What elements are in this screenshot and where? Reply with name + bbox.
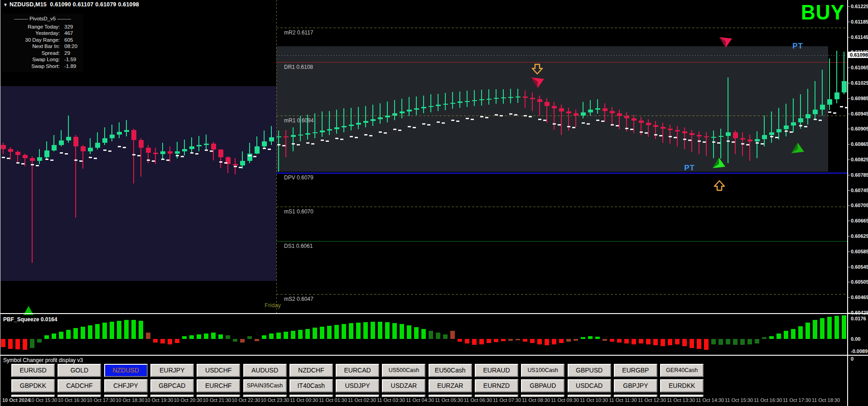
- candle: [392, 113, 397, 115]
- candle-wick: [300, 116, 301, 141]
- symbol-button-us100cash[interactable]: US100Cash: [521, 364, 564, 377]
- fractal-dash: [364, 134, 367, 135]
- candle: [175, 151, 180, 153]
- fractal-dash: [630, 129, 633, 130]
- symbol-button-nzdusd[interactable]: NZDUSD: [104, 364, 148, 377]
- symbol-button-row3-sliver[interactable]: [197, 395, 240, 397]
- symbol-button-row3-sliver[interactable]: [614, 395, 657, 397]
- candle-wick: [467, 91, 468, 107]
- candle: [233, 164, 238, 165]
- chart-ohlc-values: 0.61090 0.61107 0.61079 0.61098: [50, 1, 139, 8]
- candle: [255, 146, 260, 153]
- panel-separator[interactable]: [0, 313, 868, 314]
- fractal-dash: [268, 149, 271, 150]
- histogram-bar: [240, 339, 245, 343]
- histogram-bar: [298, 330, 303, 339]
- window-left-border: [0, 0, 0, 406]
- symbol-button-spain35cash[interactable]: SPAIN35Cash: [243, 379, 287, 392]
- symbol-button-row3-sliver[interactable]: [660, 395, 704, 397]
- candle-wick: [365, 106, 366, 128]
- symbol-button-row3-sliver[interactable]: [289, 395, 333, 397]
- symbol-button-eurzar[interactable]: EURZAR: [429, 379, 472, 392]
- symbol-button-eurjpy[interactable]: EURJPY: [150, 364, 194, 377]
- symbol-button-cadchf[interactable]: CADCHF: [58, 379, 101, 392]
- fractal-dash: [79, 160, 82, 162]
- symbol-button-usdjpy[interactable]: USDJPY: [336, 379, 379, 392]
- symbol-button-eurchf[interactable]: EURCHF: [197, 379, 240, 392]
- symbol-button-row3-sliver[interactable]: [429, 395, 472, 397]
- candle: [566, 111, 571, 113]
- fractal-dash: [833, 112, 836, 114]
- panel-separator-2[interactable]: [0, 355, 868, 356]
- symbol-button-ger40cash[interactable]: GER40Cash: [660, 364, 704, 377]
- candle: [704, 136, 709, 138]
- candle: [479, 99, 484, 100]
- histogram-bar: [581, 337, 585, 339]
- fractal-dash: [582, 122, 585, 124]
- symbol-button-eurusd[interactable]: EURUSD: [11, 364, 55, 377]
- price-tick-label: 0.61225: [851, 4, 868, 9]
- symbol-button-eurdkk[interactable]: EURDKK: [660, 379, 704, 392]
- candle: [661, 127, 665, 129]
- fractal-dash: [500, 115, 503, 116]
- candle: [44, 150, 49, 157]
- fractal-dash: [659, 135, 662, 136]
- symbol-button-row3-sliver[interactable]: [104, 395, 148, 397]
- candle: [385, 116, 390, 117]
- fractal-dash: [161, 159, 164, 160]
- time-axis-label: 10 Oct 18:30: [116, 397, 145, 403]
- symbol-button-row3-sliver[interactable]: [382, 395, 425, 397]
- symbol-button-row3-sliver[interactable]: [336, 395, 379, 397]
- symbol-button-eu50cash[interactable]: EU50Cash: [429, 364, 472, 377]
- candle: [30, 158, 35, 161]
- candle: [501, 97, 506, 98]
- histogram-bar: [516, 339, 520, 340]
- symbol-button-eurcad[interactable]: EURCAD: [336, 364, 379, 377]
- symbol-button-row3-sliver[interactable]: [568, 395, 611, 397]
- symbol-button-row3-sliver[interactable]: [475, 395, 518, 397]
- candle: [276, 136, 281, 138]
- symbol-button-usdzar[interactable]: USDZAR: [382, 379, 425, 392]
- candle-wick: [670, 125, 670, 144]
- symbol-button-gbpjpy[interactable]: GBPJPY: [614, 379, 657, 392]
- symbol-button-gbpaud[interactable]: GBPAUD: [521, 379, 564, 392]
- fractal-dash: [326, 140, 329, 142]
- candle: [139, 140, 144, 148]
- symbol-button-usdchf[interactable]: USDCHF: [197, 364, 240, 377]
- symbol-button-gold[interactable]: GOLD: [58, 364, 101, 377]
- histogram-bar: [88, 325, 92, 339]
- info-row-label: Next Bar In:: [2, 43, 60, 50]
- symbol-button-row3-sliver[interactable]: [243, 395, 287, 397]
- symbol-button-row3-sliver[interactable]: [58, 395, 101, 397]
- symbol-button-row3-sliver[interactable]: [150, 395, 194, 397]
- symbol-button-it40cash[interactable]: IT40Cash: [289, 379, 333, 392]
- symbol-button-usdcad[interactable]: USDCAD: [568, 379, 611, 392]
- histogram-bar: [726, 339, 730, 344]
- symbol-button-row3-sliver[interactable]: [11, 395, 55, 397]
- symbol-button-gbpcad[interactable]: GBPCAD: [150, 379, 194, 392]
- histogram-bar: [479, 339, 484, 344]
- symbol-button-audusd[interactable]: AUDUSD: [243, 364, 287, 377]
- candle-wick: [510, 89, 511, 103]
- symbol-button-gbpusd[interactable]: GBPUSD: [568, 364, 611, 377]
- symbol-button-us500cash[interactable]: US500Cash: [382, 364, 425, 377]
- pt-signal-label: PT: [792, 42, 803, 51]
- symbol-button-euraud[interactable]: EURAUD: [475, 364, 518, 377]
- symbol-button-chfjpy[interactable]: CHFJPY: [104, 379, 148, 392]
- pivot-label-DR1: DR1 0.6108: [284, 64, 313, 70]
- symbol-changer-title: Symbol Changer profit display v3: [3, 357, 83, 363]
- time-axis-label: 11 Oct 13:30: [667, 397, 695, 403]
- symbol-button-eurgbp[interactable]: EURGBP: [614, 364, 657, 377]
- fractal-dash: [451, 120, 454, 121]
- symbol-button-gbpdkk[interactable]: GBPDKK: [11, 379, 55, 392]
- fractal-dash: [16, 162, 19, 164]
- chart-dropdown-icon[interactable]: ▼: [3, 2, 8, 7]
- symbol-button-eurnzd[interactable]: EURNZD: [475, 379, 518, 392]
- symbol-button-nzdchf[interactable]: NZDCHF: [289, 364, 333, 377]
- candle: [842, 81, 847, 92]
- candle-wick: [198, 136, 199, 151]
- time-axis-label: 11 Oct 15:30: [725, 397, 753, 403]
- symbol-button-row3-sliver[interactable]: [521, 395, 564, 397]
- candle-wick: [206, 135, 207, 150]
- price-tick-label: 0.60465: [851, 295, 868, 300]
